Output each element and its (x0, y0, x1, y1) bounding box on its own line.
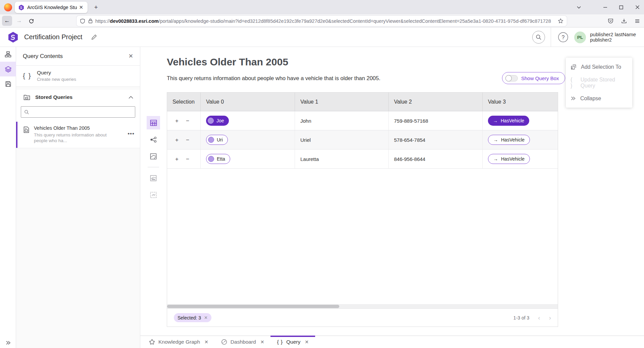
column-header-value2[interactable]: Value 2 (389, 93, 483, 111)
query-results-table: Selection Value 0 Value 1 Value 2 Value … (167, 92, 558, 327)
bookmark-star-icon[interactable] (558, 18, 563, 24)
minimize-icon[interactable] (599, 2, 611, 12)
url-text: https://dev0028833.esri.com/portal/apps/… (95, 18, 558, 24)
selected-indicator-bar (16, 122, 17, 148)
stored-query-item[interactable]: Vehicles Older Than 2005 This query retu… (16, 122, 140, 148)
column-header-value3[interactable]: Value 3 (483, 93, 558, 111)
save-to-library-icon[interactable] (619, 16, 629, 26)
column-header-value1[interactable]: Value 1 (295, 93, 389, 111)
column-header-value0[interactable]: Value 0 (201, 93, 295, 111)
search-icon (24, 110, 29, 115)
new-link-chart-from-selection-icon[interactable] (147, 188, 160, 201)
entity-chip[interactable]: Etta (206, 154, 230, 164)
toggle-switch[interactable] (505, 75, 518, 81)
query-item-subtitle: Create new queries (37, 77, 76, 82)
toolbar-divider (148, 167, 159, 167)
page-description: This query returns information about peo… (167, 75, 381, 81)
entity-chip[interactable]: Uri (206, 135, 228, 145)
rail-item-data-model-icon[interactable] (0, 47, 16, 62)
bottom-tab-bar: Knowledge Graph ✕ Dashboard ✕ { } Query … (140, 336, 644, 348)
dashboard-gauge-icon (221, 339, 227, 345)
stored-queries-header[interactable]: Stored Queries (16, 90, 140, 105)
close-tab-icon[interactable]: ✕ (204, 339, 208, 345)
url-bar[interactable]: https://dev0028833.esri.com/portal/apps/… (77, 16, 567, 26)
query-item-title: Query (37, 70, 76, 76)
search-input[interactable] (32, 109, 132, 115)
close-panel-icon[interactable]: ✕ (129, 53, 133, 60)
add-to-selection-icon[interactable]: + (175, 118, 179, 124)
close-tab-icon[interactable]: ✕ (260, 339, 264, 345)
show-query-box-toggle[interactable]: Show Query Box (502, 72, 565, 84)
firefox-logo-icon[interactable] (4, 3, 12, 11)
close-window-icon[interactable] (632, 2, 643, 12)
stored-queries-search[interactable] (21, 106, 135, 118)
relationship-chip[interactable]: →HasVehicle (488, 135, 530, 145)
entity-chip[interactable]: Joe (206, 116, 229, 126)
pocket-save-icon[interactable] (606, 16, 615, 26)
tab-dashboard[interactable]: Dashboard ✕ (215, 336, 271, 348)
lock-icon[interactable] (88, 18, 93, 23)
table-row[interactable]: + − Uri Uriel 578-654-7854 →HasVehicle (167, 130, 558, 150)
remove-from-selection-icon[interactable]: − (186, 156, 189, 162)
cell-value1: Uriel (295, 130, 389, 149)
scrollbar-thumb[interactable] (167, 305, 339, 308)
rail-item-save-icon[interactable] (0, 76, 16, 91)
column-header-selection[interactable]: Selection (167, 93, 201, 111)
menu-item-update-stored-query[interactable]: { } Update Stored Query (566, 75, 632, 91)
expand-rail-icon[interactable] (0, 338, 16, 347)
tab-title: ArcGIS Knowledge Studio (27, 5, 77, 10)
menu-item-add-selection-to[interactable]: Add Selection To (566, 59, 632, 75)
relationship-chip[interactable]: →HasVehicle (488, 116, 529, 126)
menu-hamburger-icon[interactable] (633, 16, 642, 26)
stored-queries-search-wrap (16, 105, 140, 122)
new-tab-button[interactable]: + (91, 3, 101, 12)
tab-query[interactable]: { } Query ✕ (270, 336, 315, 348)
previous-page-icon[interactable]: ‹ (538, 314, 540, 322)
list-tabs-icon[interactable] (573, 2, 585, 12)
entity-dot-icon (208, 137, 214, 143)
clear-selection-icon[interactable]: ✕ (204, 315, 208, 320)
table-row[interactable]: + − Joe John 759-889-57168 →HasVehicle (167, 111, 558, 130)
add-to-selection-icon[interactable]: + (175, 137, 179, 143)
app-header: Certification Project ? PL publisher2 la… (0, 27, 644, 47)
knowledge-studio-logo-icon (7, 31, 19, 43)
relationship-chip[interactable]: →HasVehicle (488, 154, 530, 164)
add-to-selection-icon[interactable]: + (175, 156, 179, 162)
cell-value1: Lauretta (295, 150, 389, 168)
remove-from-selection-icon[interactable]: − (186, 137, 189, 143)
forward-button[interactable]: → (14, 16, 24, 26)
new-query-item[interactable]: { } Query Create new queries (16, 66, 140, 87)
selection-context-menu: Add Selection To { } Update Stored Query… (566, 58, 632, 108)
arrow-right-icon: → (493, 156, 498, 162)
browser-tab[interactable]: ArcGIS Knowledge Studio ✕ (15, 2, 88, 13)
user-info[interactable]: publisher2 lastName publisher2 (590, 32, 636, 43)
horizontal-scrollbar[interactable] (167, 304, 558, 308)
tracking-shield-icon[interactable] (80, 18, 85, 24)
remove-from-selection-icon[interactable]: − (186, 118, 189, 124)
link-chart-view-icon[interactable] (147, 133, 160, 146)
rail-item-contents-icon[interactable] (0, 62, 16, 76)
map-view-icon[interactable] (147, 150, 160, 163)
menu-item-collapse[interactable]: Collapse (566, 91, 632, 106)
selected-count-chip[interactable]: Selected: 3 ✕ (174, 313, 211, 322)
collapse-section-chevron-icon[interactable] (129, 96, 133, 99)
item-options-ellipsis-icon[interactable]: ••• (128, 130, 135, 137)
add-selection-icon (571, 64, 577, 70)
help-button[interactable]: ? (557, 31, 569, 44)
new-map-from-selection-icon[interactable] (147, 171, 160, 185)
tab-close-icon[interactable]: ✕ (77, 4, 85, 11)
table-row[interactable]: + − Etta Lauretta 846-956-8644 →HasVehic… (167, 150, 558, 169)
search-button[interactable] (532, 31, 545, 44)
stored-query-desc: This query returns information about peo… (34, 132, 107, 143)
edit-title-pencil-icon[interactable] (91, 34, 97, 40)
back-button[interactable]: ← (2, 16, 12, 26)
close-tab-icon[interactable]: ✕ (305, 339, 309, 345)
svg-text:?: ? (562, 35, 565, 40)
maximize-icon[interactable] (615, 2, 627, 12)
tab-knowledge-graph[interactable]: Knowledge Graph ✕ (143, 336, 215, 348)
favicon-knowledge-studio-icon (18, 4, 24, 11)
reload-button[interactable] (26, 16, 36, 26)
next-page-icon[interactable]: › (549, 314, 551, 322)
user-avatar[interactable]: PL (574, 32, 586, 43)
table-view-icon[interactable] (147, 116, 160, 129)
